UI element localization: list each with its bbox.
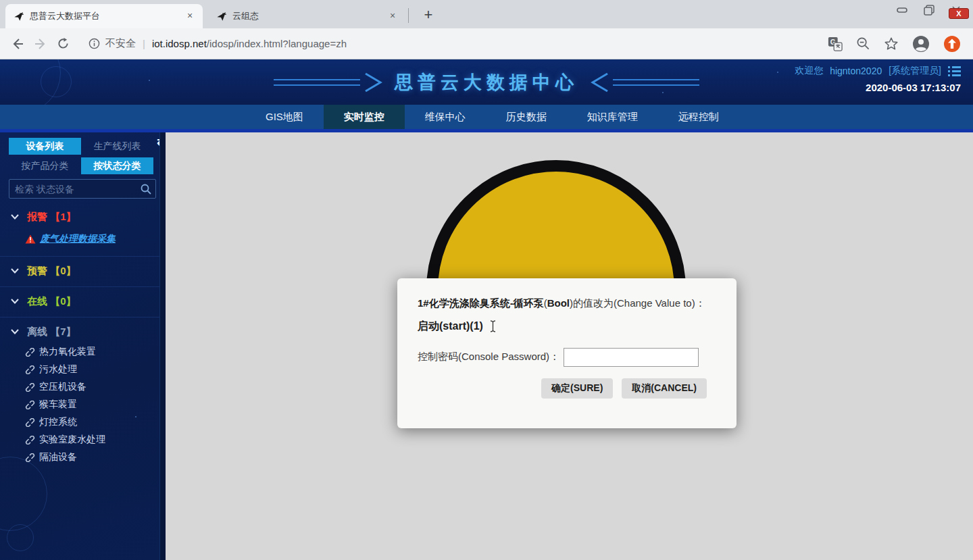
tree-group-offline: 离线 【7】 热力氧化装置 污水处理 空压机设备 [0, 317, 159, 474]
text-cursor-icon [490, 320, 496, 332]
broken-link-icon [25, 365, 35, 374]
sure-button[interactable]: 确定(SURE) [541, 378, 613, 399]
title-decor-right [588, 71, 699, 94]
tree-node-offline[interactable]: 离线 【7】 [0, 324, 159, 339]
tree-node-online[interactable]: 在线 【0】 [0, 294, 159, 309]
chevron-down-icon [11, 268, 19, 274]
tree-node-warning[interactable]: 预警 【0】 [0, 263, 159, 278]
broken-link-icon [25, 453, 35, 462]
menu-list-icon[interactable] [948, 66, 961, 76]
browser-tab-strip: 思普云大数据平台 × 云组态 × + X [0, 0, 973, 28]
cursor-close-badge: X [949, 8, 969, 19]
nav-item-gis[interactable]: GIS地图 [245, 105, 324, 129]
browser-address-bar: 不安全 | iot.idosp.net/idosp/index.html?lan… [0, 28, 973, 59]
chevron-down-icon [11, 329, 19, 334]
extension-updater-icon[interactable] [943, 35, 961, 53]
nav-item-realtime[interactable]: 实时监控 [324, 105, 405, 129]
back-button[interactable] [11, 37, 24, 51]
nav-item-remote[interactable]: 远程控制 [658, 105, 739, 129]
tab-close-icon[interactable]: × [184, 10, 196, 22]
decor-circle [7, 524, 34, 551]
zoom-out-icon[interactable] [856, 36, 870, 51]
broken-link-icon [25, 401, 35, 409]
broken-link-icon [25, 418, 35, 427]
username-label: hignton2020 [830, 66, 882, 76]
page-title: 思普云大数据中心 [395, 70, 578, 95]
window-restore-button[interactable] [918, 1, 941, 19]
site-favicon-icon [14, 11, 24, 22]
tab-by-product[interactable]: 按产品分类 [9, 157, 81, 174]
tree-item-device[interactable]: 灯控系统 [0, 413, 159, 431]
warning-triangle-icon [25, 234, 36, 244]
web-page: 思普云大数据中心 欢迎您 hignton2020 [系统管理员] [0, 59, 973, 560]
tab-title: 思普云大数据平台 [30, 10, 184, 22]
window-minimize-button[interactable] [891, 1, 914, 19]
sidebar-scrollbar[interactable] [159, 132, 166, 560]
translate-icon[interactable]: G [828, 36, 843, 51]
site-favicon-icon [216, 11, 227, 22]
url-host: iot.idosp.net [152, 38, 207, 49]
tab-divider [408, 8, 409, 23]
tree-group-warning: 预警 【0】 [0, 257, 159, 287]
monitor-canvas: 1#化学洗涤除臭系统-循环泵(Bool)的值改为(Change Value to… [166, 132, 973, 560]
tree-item-device[interactable]: 实验室废水处理 [0, 431, 159, 449]
device-search-input[interactable] [9, 180, 135, 198]
url-field[interactable]: 不安全 | iot.idosp.net/idosp/index.html?lan… [79, 33, 821, 55]
security-label: 不安全 [105, 37, 136, 50]
tab-by-status[interactable]: 按状态分类 [81, 157, 153, 174]
nav-item-knowledge[interactable]: 知识库管理 [567, 105, 658, 129]
bookmark-star-icon[interactable] [884, 36, 899, 51]
browser-tab-inactive[interactable]: 云组态 × [208, 4, 405, 28]
tree-item-alarm-device[interactable]: 废气处理数据采集 [0, 230, 159, 248]
tree-item-device[interactable]: 污水处理 [0, 361, 159, 378]
dialog-message: 1#化学洗涤除臭系统-循环泵(Bool)的值改为(Change Value to… [418, 296, 707, 311]
password-label: 控制密码(Console Password)： [418, 351, 559, 363]
reload-button[interactable] [57, 37, 70, 50]
tree-group-online: 在线 【0】 [0, 287, 159, 317]
nav-item-maintenance[interactable]: 维保中心 [405, 105, 486, 129]
device-sidebar: 设备列表 生产线列表 ⇄ 按产品分类 按状态分类 报警 【1 [0, 132, 166, 560]
device-status-tree: 报警 【1】 废气处理数据采集 预警 【0】 [0, 203, 159, 474]
tree-item-device[interactable]: 热力氧化装置 [0, 343, 159, 361]
tree-item-device[interactable]: 空压机设备 [0, 378, 159, 396]
role-label: [系统管理员] [889, 65, 941, 77]
search-icon[interactable] [141, 184, 151, 195]
broken-link-icon [25, 348, 35, 357]
tab-production-line-list[interactable]: 生产线列表 [81, 138, 153, 155]
page-header: 思普云大数据中心 欢迎您 hignton2020 [系统管理员] [0, 59, 973, 105]
tree-group-alarm: 报警 【1】 废气处理数据采集 [0, 203, 159, 257]
tab-device-list[interactable]: 设备列表 [9, 138, 81, 155]
browser-tab-active[interactable]: 思普云大数据平台 × [5, 4, 203, 28]
tab-title: 云组态 [232, 10, 386, 22]
title-decor-left [274, 71, 385, 94]
url-path: /idosp/index.html?language=zh [207, 38, 347, 49]
tree-item-device[interactable]: 隔油设备 [0, 449, 159, 466]
device-search-box [9, 179, 156, 199]
chevron-down-icon [11, 299, 19, 304]
tab-close-icon[interactable]: × [386, 10, 399, 22]
nav-item-history[interactable]: 历史数据 [486, 105, 567, 129]
change-value-dialog: 1#化学洗涤除臭系统-循环泵(Bool)的值改为(Change Value to… [397, 278, 737, 428]
cancel-button[interactable]: 取消(CANCEL) [622, 378, 707, 399]
minimize-icon [897, 7, 907, 14]
main-nav: GIS地图 实时监控 维保中心 历史数据 知识库管理 远程控制 [0, 105, 973, 129]
forward-button[interactable] [34, 37, 47, 51]
restore-icon [924, 5, 934, 16]
tree-node-alarm[interactable]: 报警 【1】 [0, 209, 159, 224]
info-icon[interactable] [89, 38, 100, 49]
tree-item-device[interactable]: 猴车装置 [0, 396, 159, 413]
broken-link-icon [25, 383, 35, 392]
dialog-new-value: 启动(start)(1) [418, 320, 707, 334]
content-area: 设备列表 生产线列表 ⇄ 按产品分类 按状态分类 报警 【1 [0, 132, 973, 560]
dialog-password-row: 控制密码(Console Password)： [418, 348, 707, 367]
new-tab-button[interactable]: + [418, 5, 439, 26]
console-password-input[interactable] [564, 348, 699, 367]
screen: 思普云大数据平台 × 云组态 × + X [0, 0, 973, 560]
profile-avatar-icon[interactable] [912, 35, 930, 53]
datetime-display: 2020-06-03 17:13:07 [795, 82, 961, 93]
welcome-label: 欢迎您 [795, 65, 823, 77]
broken-link-icon [25, 436, 35, 444]
url-separator: | [143, 38, 145, 49]
chevron-down-icon [11, 214, 19, 220]
